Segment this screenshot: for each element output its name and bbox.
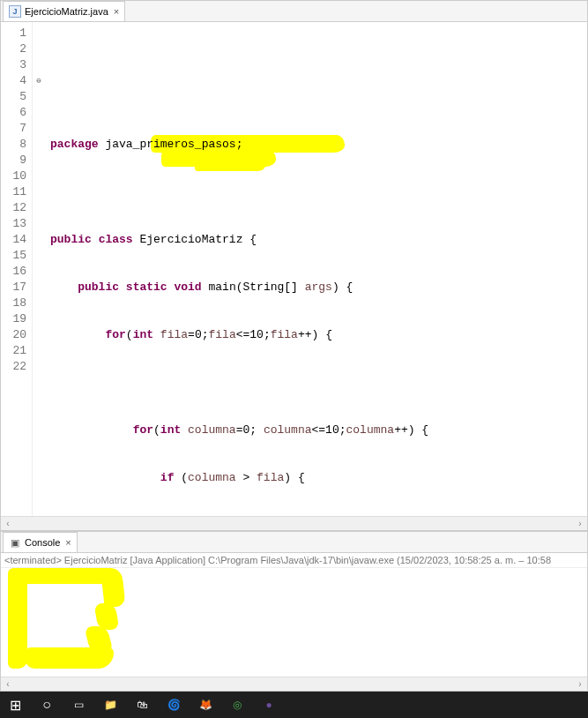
highlight-annotation xyxy=(84,626,113,653)
highlight-annotation xyxy=(8,580,27,669)
store-button[interactable]: 🛍 xyxy=(132,695,152,714)
scroll-left-icon[interactable]: ‹ xyxy=(2,678,14,691)
console-icon: ▣ xyxy=(9,536,21,549)
windows-icon: ⊞ xyxy=(10,697,21,714)
search-button[interactable]: ○ xyxy=(37,695,56,714)
chrome-icon: ◎ xyxy=(233,699,242,711)
code-content[interactable]: package java_primeros_pasos; public clas… xyxy=(45,22,587,516)
scroll-right-icon[interactable]: › xyxy=(574,518,586,530)
close-icon[interactable]: × xyxy=(114,6,119,17)
edge-icon: 🌀 xyxy=(167,699,181,711)
taskview-icon: ▭ xyxy=(74,699,84,711)
line-number-gutter: 1 2 3 4 5 6 7 8 9 10 11 12 13 14 15 16 1… xyxy=(1,22,33,516)
highlight-annotation xyxy=(26,647,114,669)
taskview-button[interactable]: ▭ xyxy=(69,695,88,714)
editor-tab-bar: J EjercicioMatriz.java × xyxy=(1,1,587,22)
console-panel: ▣ Console × <terminated> EjercicioMatriz… xyxy=(0,531,588,692)
firefox-icon: 🦊 xyxy=(199,699,212,711)
edge-button[interactable]: 🌀 xyxy=(164,695,183,714)
code-editor[interactable]: 1 2 3 4 5 6 7 8 9 10 11 12 13 14 15 16 1… xyxy=(1,22,587,516)
search-icon: ○ xyxy=(42,697,51,713)
firefox-button[interactable]: 🦊 xyxy=(196,695,215,714)
java-file-icon: J xyxy=(9,5,21,18)
highlight-annotation xyxy=(93,603,119,630)
highlight-annotation xyxy=(101,580,125,607)
console-tab-bar: ▣ Console × xyxy=(1,532,587,553)
editor-tab[interactable]: J EjercicioMatriz.java × xyxy=(3,1,125,21)
eclipse-icon: ● xyxy=(265,699,272,711)
marker-column: ⊖ xyxy=(33,22,45,516)
console-tab[interactable]: ▣ Console × xyxy=(3,532,78,552)
override-marker-icon[interactable]: ⊖ xyxy=(33,73,45,89)
start-button[interactable]: ⊞ xyxy=(5,695,25,714)
folder-icon: 📁 xyxy=(104,699,117,711)
editor-panel: J EjercicioMatriz.java × 1 2 3 4 5 6 7 8… xyxy=(0,0,588,531)
console-status: <terminated> EjercicioMatriz [Java Appli… xyxy=(1,553,587,568)
horizontal-scrollbar[interactable]: ‹ › xyxy=(1,516,587,530)
store-icon: 🛍 xyxy=(137,699,147,711)
tab-filename: EjercicioMatriz.java xyxy=(25,6,108,17)
eclipse-button[interactable]: ● xyxy=(259,695,279,714)
highlight-annotation xyxy=(195,159,265,171)
highlight-annotation xyxy=(8,568,123,584)
chrome-button[interactable]: ◎ xyxy=(227,695,247,714)
close-icon[interactable]: × xyxy=(65,537,71,548)
scroll-left-icon[interactable]: ‹ xyxy=(2,518,14,530)
explorer-button[interactable]: 📁 xyxy=(100,695,120,714)
console-tab-label: Console xyxy=(25,537,60,548)
scroll-right-icon[interactable]: › xyxy=(574,678,586,691)
console-output[interactable]: * * * * * * * * * * * * * * * * * * * * … xyxy=(1,568,587,677)
windows-taskbar[interactable]: ⊞ ○ ▭ 📁 🛍 🌀 🦊 ◎ ● xyxy=(0,692,588,718)
horizontal-scrollbar[interactable]: ‹ › xyxy=(1,677,587,691)
